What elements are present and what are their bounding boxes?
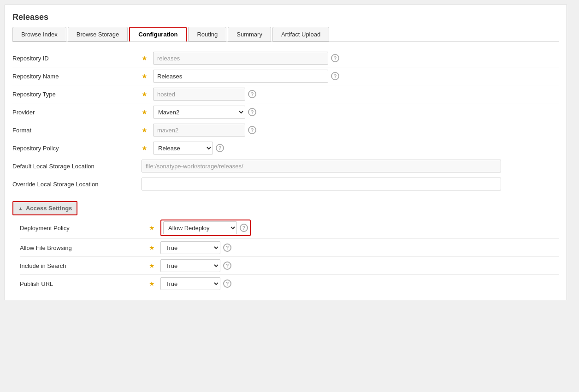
provider-label: Provider	[12, 109, 142, 116]
page-title: Releases	[12, 12, 559, 22]
allow-file-browsing-star: ★	[149, 244, 155, 251]
deployment-policy-help[interactable]: ?	[240, 224, 248, 232]
repository-type-label: Repository Type	[12, 91, 142, 98]
format-label: Format	[12, 127, 142, 134]
include-in-search-star: ★	[149, 262, 155, 269]
tab-summary[interactable]: Summary	[228, 27, 271, 42]
default-storage-label: Default Local Storage Location	[12, 163, 142, 170]
publish-url-select[interactable]: True False	[160, 277, 220, 290]
provider-help[interactable]: ?	[248, 108, 256, 116]
repository-policy-label: Repository Policy	[12, 145, 142, 152]
collapse-icon: ▲	[18, 206, 23, 211]
deployment-policy-controls: ★ Allow Redeploy Disable Redeploy Read O…	[149, 220, 251, 236]
repository-id-star: ★	[142, 54, 148, 62]
repository-name-star: ★	[142, 72, 148, 80]
allow-file-browsing-select[interactable]: True False	[160, 241, 220, 254]
repository-id-help[interactable]: ?	[331, 54, 339, 62]
override-storage-input[interactable]	[142, 178, 501, 190]
repository-id-controls: ★ ?	[142, 52, 339, 65]
repository-type-row: Repository Type ★ ?	[12, 85, 559, 103]
access-settings-label: Access Settings	[26, 205, 72, 212]
provider-star: ★	[142, 108, 148, 116]
allow-file-browsing-row: Allow File Browsing ★ True False ?	[20, 239, 559, 257]
repository-policy-controls: ★ Release Snapshot ?	[142, 142, 224, 154]
repository-name-label: Repository Name	[12, 73, 142, 80]
repository-type-help[interactable]: ?	[248, 90, 256, 98]
deployment-policy-row: Deployment Policy ★ Allow Redeploy Disab…	[20, 217, 559, 239]
deployment-policy-star: ★	[149, 224, 155, 232]
include-in-search-select[interactable]: True False	[160, 259, 220, 272]
override-storage-label: Override Local Storage Location	[12, 181, 142, 188]
allow-file-browsing-label: Allow File Browsing	[20, 244, 149, 251]
allow-file-browsing-help[interactable]: ?	[223, 244, 231, 252]
access-settings-section: Deployment Policy ★ Allow Redeploy Disab…	[12, 217, 559, 292]
tab-artifact-upload[interactable]: Artifact Upload	[272, 27, 329, 42]
provider-controls: ★ Maven2 ?	[142, 106, 256, 119]
include-in-search-help[interactable]: ?	[223, 261, 231, 270]
include-in-search-controls: ★ True False ?	[149, 259, 231, 272]
include-in-search-row: Include in Search ★ True False ?	[20, 257, 559, 275]
repository-policy-help[interactable]: ?	[216, 144, 224, 152]
format-controls: ★ ?	[142, 124, 256, 137]
repository-policy-select[interactable]: Release Snapshot	[153, 142, 213, 154]
repository-name-row: Repository Name ★ ?	[12, 67, 559, 85]
override-storage-controls	[142, 178, 501, 190]
page-container: Releases Browse Index Browse Storage Con…	[5, 5, 567, 300]
default-storage-row: Default Local Storage Location	[12, 157, 559, 175]
repository-id-input[interactable]	[153, 52, 328, 65]
provider-select[interactable]: Maven2	[153, 106, 245, 119]
repository-policy-star: ★	[142, 144, 148, 152]
deployment-policy-highlighted: Allow Redeploy Disable Redeploy Read Onl…	[160, 220, 251, 236]
tab-routing[interactable]: Routing	[188, 27, 226, 42]
format-row: Format ★ ?	[12, 121, 559, 139]
repository-type-input	[153, 88, 245, 101]
publish-url-star: ★	[149, 280, 155, 287]
format-input	[153, 124, 245, 137]
configuration-form: Repository ID ★ ? Repository Name ★ ? Re…	[12, 49, 559, 196]
tab-browse-index[interactable]: Browse Index	[12, 27, 66, 42]
repository-name-input[interactable]	[153, 70, 328, 83]
repository-policy-row: Repository Policy ★ Release Snapshot ?	[12, 139, 559, 157]
repository-id-label: Repository ID	[12, 55, 142, 62]
repository-type-star: ★	[142, 90, 148, 98]
provider-row: Provider ★ Maven2 ?	[12, 103, 559, 121]
publish-url-label: Publish URL	[20, 280, 149, 287]
deployment-policy-label: Deployment Policy	[20, 225, 149, 232]
repository-name-controls: ★ ?	[142, 70, 339, 83]
allow-file-browsing-controls: ★ True False ?	[149, 241, 231, 254]
access-settings-header[interactable]: ▲ Access Settings	[12, 201, 77, 215]
tab-browse-storage[interactable]: Browse Storage	[68, 27, 128, 42]
repository-id-row: Repository ID ★ ?	[12, 49, 559, 67]
publish-url-help[interactable]: ?	[223, 279, 231, 288]
include-in-search-label: Include in Search	[20, 262, 149, 269]
override-storage-row: Override Local Storage Location	[12, 175, 559, 193]
repository-name-help[interactable]: ?	[331, 72, 339, 80]
deployment-policy-select[interactable]: Allow Redeploy Disable Redeploy Read Onl…	[163, 221, 237, 234]
format-star: ★	[142, 126, 148, 134]
tabs-bar: Browse Index Browse Storage Configuratio…	[12, 27, 559, 42]
format-help[interactable]: ?	[248, 126, 256, 134]
publish-url-controls: ★ True False ?	[149, 277, 231, 290]
publish-url-row: Publish URL ★ True False ?	[20, 275, 559, 292]
default-storage-controls	[142, 160, 501, 172]
tab-configuration[interactable]: Configuration	[129, 27, 187, 42]
default-storage-input	[142, 160, 501, 172]
repository-type-controls: ★ ?	[142, 88, 256, 101]
